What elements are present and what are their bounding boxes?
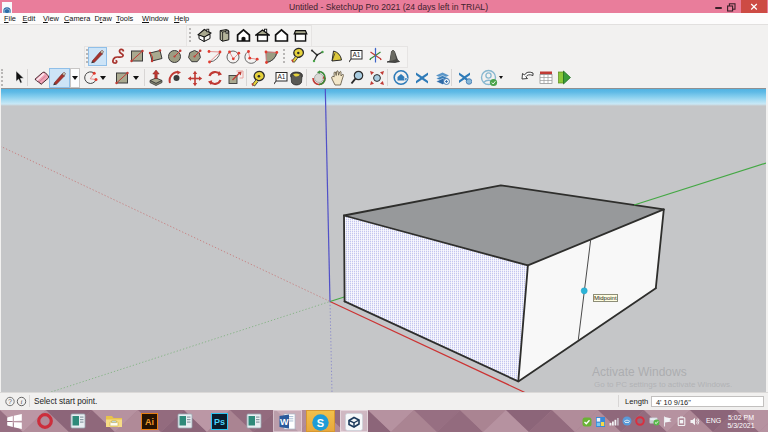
svg-text:A1: A1 xyxy=(277,73,285,80)
svg-text:?: ? xyxy=(8,398,12,405)
svg-text:W: W xyxy=(280,417,289,427)
svg-text:Ai: Ai xyxy=(145,417,154,427)
svg-text:i: i xyxy=(21,398,23,406)
svg-text:S: S xyxy=(316,417,323,429)
svg-text:A1: A1 xyxy=(353,51,361,58)
svg-text:Ps: Ps xyxy=(214,417,225,427)
